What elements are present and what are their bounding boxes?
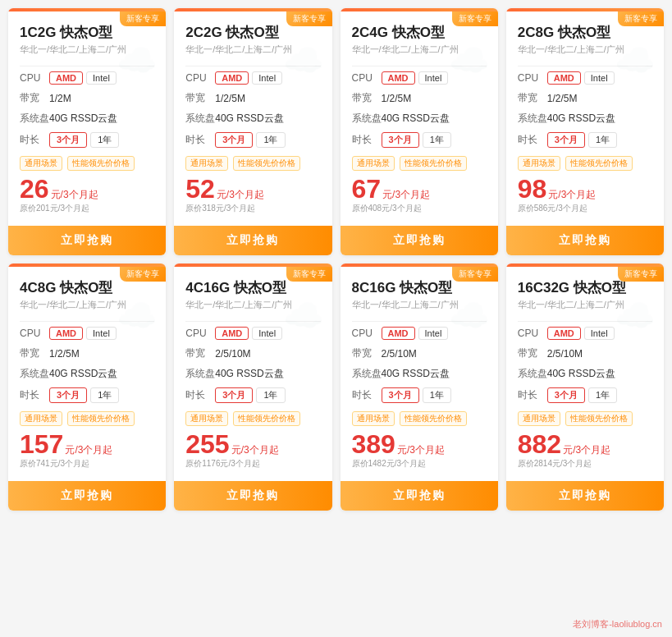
cpu-label: CPU — [20, 328, 49, 339]
card-region: 华北一/华北二/上海二/广州 — [518, 44, 652, 56]
bandwidth-value: 1/2/5M — [547, 93, 578, 104]
cpu-option-intel[interactable]: Intel — [86, 327, 117, 340]
duration-option[interactable]: 1年 — [90, 387, 119, 403]
tags-row: 通用场景性能领先价价格 — [185, 411, 320, 426]
cpu-row: CPU AMDIntel — [518, 327, 652, 340]
cpu-option-intel[interactable]: Intel — [584, 71, 615, 85]
tag: 通用场景 — [518, 411, 560, 426]
price-original: 原价2814元/3个月起 — [518, 458, 652, 470]
bandwidth-label: 带宽 — [185, 91, 215, 105]
new-customer-badge: 新客专享 — [120, 11, 166, 26]
tag: 通用场景 — [185, 156, 228, 171]
new-customer-badge: 新客专享 — [452, 267, 498, 282]
cpu-option-amd[interactable]: AMD — [547, 327, 581, 340]
tags-row: 通用场景性能领先价价格 — [185, 156, 320, 171]
tag: 通用场景 — [352, 411, 395, 426]
bandwidth-value: 2/5/10M — [215, 348, 250, 360]
buy-button[interactable]: 立即抢购 — [506, 481, 664, 511]
duration-option[interactable]: 3个月 — [49, 132, 87, 148]
tag: 性能领先价价格 — [233, 156, 300, 171]
divider — [20, 321, 154, 322]
tags-row: 通用场景性能领先价价格 — [20, 156, 154, 171]
cpu-option-amd[interactable]: AMD — [547, 71, 581, 85]
disk-label: 系统盘 — [20, 367, 49, 381]
price-number: 52 — [185, 176, 215, 202]
duration-option[interactable]: 3个月 — [547, 387, 585, 403]
disk-value: 40G RSSD云盘 — [547, 112, 615, 126]
cpu-buttons: AMDIntel — [547, 327, 615, 340]
cpu-option-amd[interactable]: AMD — [49, 327, 83, 340]
duration-option[interactable]: 1年 — [588, 387, 617, 403]
price-number: 157 — [20, 431, 63, 457]
bandwidth-value: 1/2/5M — [49, 348, 80, 360]
duration-row: 时长 3个月1年 — [518, 132, 652, 148]
duration-option[interactable]: 3个月 — [49, 387, 87, 403]
duration-buttons: 3个月1年 — [49, 132, 119, 148]
duration-buttons: 3个月1年 — [49, 387, 119, 403]
cpu-option-amd[interactable]: AMD — [382, 327, 415, 340]
cpu-option-amd[interactable]: AMD — [382, 71, 415, 85]
buy-button[interactable]: 立即抢购 — [174, 226, 331, 255]
price-unit: 元/3个月起 — [231, 443, 279, 457]
bandwidth-value: 1/2/5M — [215, 93, 245, 104]
cpu-option-intel[interactable]: Intel — [86, 71, 117, 85]
disk-value: 40G RSSD云盘 — [49, 367, 117, 381]
cpu-option-intel[interactable]: Intel — [584, 327, 615, 340]
cpu-row: CPU AMDIntel — [352, 327, 487, 340]
duration-option[interactable]: 3个月 — [215, 132, 253, 148]
bandwidth-value: 2/5/10M — [547, 348, 583, 360]
price-block: 52 元/3个月起 原价318元/3个月起 — [174, 176, 331, 221]
price-unit: 元/3个月起 — [51, 188, 98, 202]
price-original: 原价586元/3个月起 — [518, 203, 652, 214]
duration-label: 时长 — [352, 388, 382, 402]
duration-option[interactable]: 3个月 — [547, 132, 585, 148]
duration-option[interactable]: 1年 — [423, 387, 451, 403]
new-customer-badge: 新客专享 — [286, 267, 332, 282]
price-main: 52 元/3个月起 — [185, 176, 320, 202]
divider — [352, 321, 487, 322]
duration-option[interactable]: 1年 — [256, 387, 285, 403]
cpu-row: CPU AMDIntel — [518, 71, 652, 85]
price-unit: 元/3个月起 — [217, 188, 264, 202]
divider — [352, 66, 487, 66]
duration-option[interactable]: 1年 — [90, 132, 119, 148]
buy-button[interactable]: 立即抢购 — [506, 226, 664, 255]
cpu-option-intel[interactable]: Intel — [252, 327, 282, 340]
buy-button[interactable]: 立即抢购 — [341, 226, 498, 255]
disk-value: 40G RSSD云盘 — [547, 367, 615, 381]
buy-button[interactable]: 立即抢购 — [8, 226, 166, 255]
cpu-option-amd[interactable]: AMD — [215, 71, 249, 85]
tag: 性能领先价价格 — [67, 411, 135, 426]
duration-option[interactable]: 1年 — [423, 132, 451, 148]
divider — [518, 321, 652, 322]
bandwidth-value: 1/2M — [49, 93, 71, 104]
cpu-option-intel[interactable]: Intel — [418, 71, 449, 85]
duration-buttons: 3个月1年 — [215, 132, 285, 148]
cpu-label: CPU — [352, 72, 382, 84]
cpu-option-amd[interactable]: AMD — [49, 71, 83, 85]
cpu-option-intel[interactable]: Intel — [418, 327, 449, 340]
duration-option[interactable]: 1年 — [256, 132, 285, 148]
duration-label: 时长 — [185, 388, 215, 402]
duration-option[interactable]: 3个月 — [382, 132, 419, 148]
price-main: 26 元/3个月起 — [20, 176, 154, 202]
bandwidth-value: 1/2/5M — [382, 93, 412, 104]
bandwidth-row: 带宽 1/2/5M — [352, 91, 487, 105]
duration-option[interactable]: 3个月 — [382, 387, 419, 403]
disk-label: 系统盘 — [20, 112, 49, 126]
buy-button[interactable]: 立即抢购 — [8, 481, 166, 511]
cpu-option-intel[interactable]: Intel — [252, 71, 282, 85]
bandwidth-label: 带宽 — [20, 91, 49, 105]
tag: 性能领先价价格 — [565, 411, 633, 426]
tag: 性能领先价价格 — [233, 411, 300, 426]
duration-option[interactable]: 3个月 — [215, 387, 253, 403]
price-original: 原价741元/3个月起 — [20, 458, 154, 470]
duration-label: 时长 — [352, 133, 382, 147]
buy-button[interactable]: 立即抢购 — [341, 481, 498, 511]
cpu-label: CPU — [518, 328, 547, 339]
buy-button[interactable]: 立即抢购 — [174, 481, 331, 511]
price-block: 26 元/3个月起 原价201元/3个月起 — [8, 176, 166, 221]
duration-option[interactable]: 1年 — [588, 132, 617, 148]
divider — [185, 321, 320, 322]
cpu-option-amd[interactable]: AMD — [215, 327, 249, 340]
